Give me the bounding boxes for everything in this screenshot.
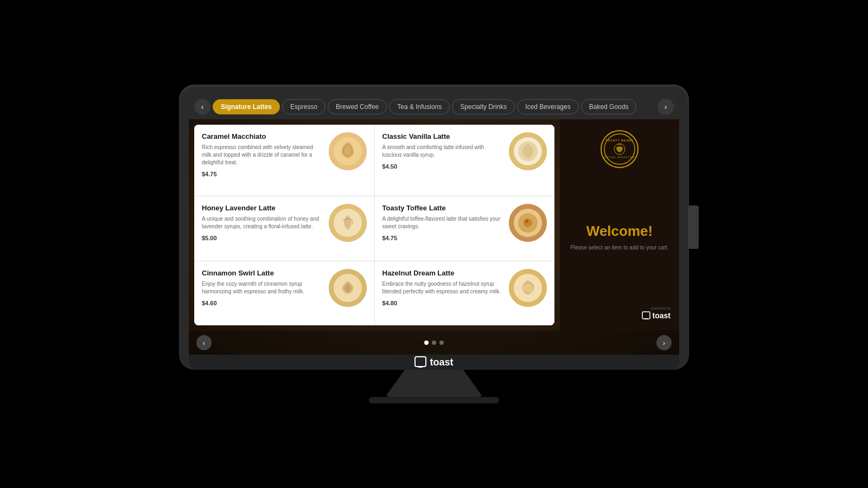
svg-point-10: [524, 219, 532, 227]
monitor-stand: [385, 370, 483, 397]
menu-item[interactable]: Honey Lavender Latte A unique and soothi…: [194, 196, 374, 260]
tabs-bar: ‹ Signature Lattes Espresso Brewed Coffe…: [189, 94, 679, 119]
powered-by: powered by toast: [569, 306, 671, 320]
item-image: [329, 204, 367, 242]
menu-item[interactable]: Caramel Macchiato Rich espresso combined…: [194, 125, 374, 196]
monitor-base: [369, 397, 499, 403]
item-description: A smooth and comforting latte infused wi…: [382, 144, 504, 159]
item-description: Rich espresso combined with velvety stea…: [202, 144, 323, 166]
tab-iced-beverages[interactable]: Iced Beverages: [517, 99, 578, 114]
brand-logo: TOASTY BEANS COFFEE ROASTERS: [601, 130, 639, 168]
item-name: Classic Vanilla Latte: [382, 132, 504, 140]
svg-text:COFFEE ROASTERS: COFFEE ROASTERS: [603, 156, 636, 159]
menu-panel: Caramel Macchiato Rich espresso combined…: [194, 125, 554, 325]
card-reader: [688, 206, 699, 249]
item-image: [509, 132, 547, 170]
item-image: [509, 269, 547, 307]
tab-baked-goods[interactable]: Baked Goods: [581, 99, 637, 114]
dot-1: [424, 341, 429, 345]
item-price: $4.80: [382, 300, 504, 306]
menu-item[interactable]: Cinnamon Swirl Latte Enjoy the cozy warm…: [194, 261, 374, 325]
tab-signature-lattes[interactable]: Signature Lattes: [213, 99, 280, 114]
brand-circle: TOASTY BEANS COFFEE ROASTERS: [601, 130, 639, 168]
menu-item[interactable]: Hazelnut Dream Latte Embrace the nutty g…: [375, 261, 555, 325]
svg-point-11: [525, 220, 528, 223]
powered-label: powered by: [651, 306, 671, 310]
item-price: $4.60: [202, 300, 323, 306]
item-description: A unique and soothing combination of hon…: [202, 215, 323, 230]
welcome-subtitle: Please select an item to add to your car…: [570, 244, 668, 252]
item-description: A delightful toffee-flavored latte that …: [382, 215, 504, 230]
toast-logo-right: toast: [642, 311, 671, 320]
tab-specialty-drinks[interactable]: Specialty Drinks: [452, 99, 515, 114]
tabs-list: Signature Lattes Espresso Brewed Coffee …: [213, 99, 655, 114]
toast-brand: toast: [414, 356, 453, 368]
item-image: [509, 204, 547, 242]
item-description: Embrace the nutty goodness of hazelnut s…: [382, 280, 504, 296]
tab-brewed-coffee[interactable]: Brewed Coffee: [328, 99, 387, 114]
page-prev-button[interactable]: ‹: [196, 335, 212, 350]
monitor-bottom-bar: toast: [189, 355, 679, 370]
svg-rect-22: [415, 357, 426, 367]
dot-2: [432, 341, 436, 345]
item-image: [329, 269, 367, 307]
item-price: $4.50: [382, 163, 504, 170]
right-panel: TOASTY BEANS COFFEE ROASTERS Welcome!: [560, 119, 679, 331]
item-name: Caramel Macchiato: [202, 132, 323, 140]
svg-rect-21: [644, 318, 648, 319]
item-name: Honey Lavender Latte: [202, 204, 323, 212]
tab-tea-infusions[interactable]: Tea & Infusions: [389, 99, 450, 114]
toast-icon: [414, 356, 426, 368]
item-name: Cinnamon Swirl Latte: [202, 269, 323, 277]
tab-prev-button[interactable]: ‹: [194, 99, 210, 115]
item-name: Hazelnut Dream Latte: [382, 269, 504, 277]
svg-rect-23: [418, 366, 423, 368]
menu-grid: Caramel Macchiato Rich espresso combined…: [194, 125, 554, 325]
pagination-dots: [212, 341, 656, 345]
item-name: Toasty Toffee Latte: [382, 204, 504, 212]
monitor: ‹ Signature Lattes Espresso Brewed Coffe…: [179, 85, 689, 370]
toast-brand-label: toast: [430, 357, 453, 368]
svg-text:TOASTY BEANS: TOASTY BEANS: [606, 139, 634, 142]
svg-rect-20: [642, 312, 650, 319]
toast-icon-right: [642, 311, 650, 320]
dot-3: [439, 341, 444, 345]
menu-item[interactable]: Classic Vanilla Latte A smooth and comfo…: [375, 125, 555, 196]
item-price: $5.00: [202, 235, 323, 241]
toast-brand-label-right: toast: [653, 311, 671, 320]
screen: ‹ Signature Lattes Espresso Brewed Coffe…: [189, 94, 679, 370]
menu-item[interactable]: Toasty Toffee Latte A delightful toffee-…: [375, 196, 555, 260]
welcome-title: Welcome!: [570, 223, 668, 240]
item-description: Enjoy the cozy warmth of cinnamon syrup …: [202, 280, 323, 296]
tab-next-button[interactable]: ›: [658, 99, 674, 115]
tab-espresso[interactable]: Espresso: [282, 99, 326, 114]
item-price: $4.75: [202, 171, 323, 177]
content-area: Caramel Macchiato Rich espresso combined…: [189, 119, 679, 331]
welcome-section: Welcome! Please select an item to add to…: [570, 223, 668, 252]
item-image: [329, 132, 367, 170]
item-price: $4.75: [382, 235, 504, 241]
page-next-button[interactable]: ›: [656, 335, 672, 350]
bottom-bar: ‹ ›: [189, 331, 679, 355]
